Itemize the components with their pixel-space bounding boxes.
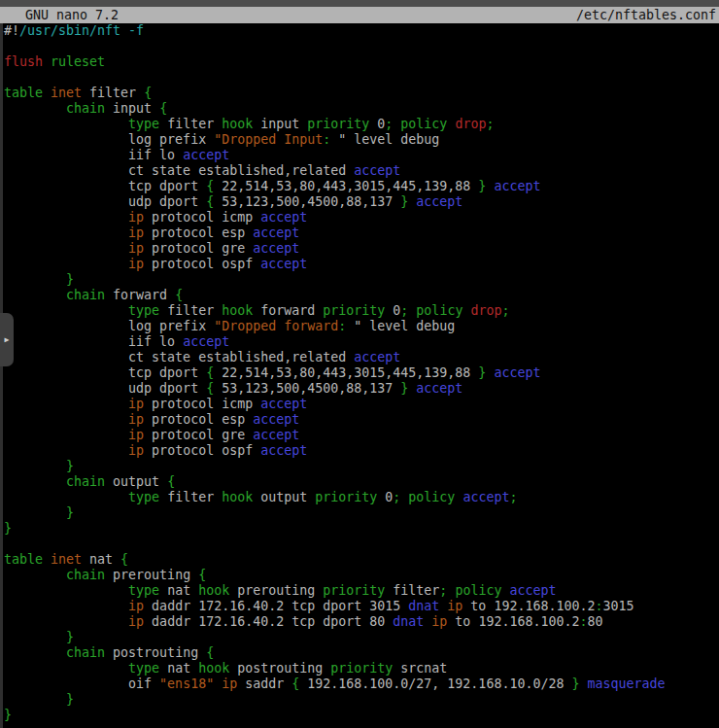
- code-line: tcp dport { 22,514,53,80,443,3015,445,13…: [4, 179, 719, 194]
- code-line: type nat hook prerouting priority filter…: [4, 583, 719, 599]
- chevron-right-icon: ▶: [5, 336, 10, 344]
- code-line: type filter hook input priority 0; polic…: [4, 117, 719, 132]
- code-line: tcp dport { 22,514,53,80,443,3015,445,13…: [4, 365, 719, 381]
- sidebar-reveal-handle[interactable]: ▶: [0, 313, 14, 366]
- terminal-screen: GNU nano 7.2 /etc/nftables.conf #!/usr/s…: [0, 0, 719, 728]
- code-line: }: [4, 708, 719, 723]
- code-line: }: [4, 505, 719, 521]
- code-line: log prefix "Dropped forward: " level deb…: [4, 319, 719, 334]
- code-line: }: [4, 630, 719, 645]
- code-line: [4, 39, 719, 54]
- nano-titlebar: GNU nano 7.2 /etc/nftables.conf: [0, 7, 719, 23]
- code-line: flush ruleset: [4, 54, 719, 70]
- code-line: iif lo accept: [4, 148, 719, 163]
- code-line: }: [4, 272, 719, 288]
- code-line: oif "ens18" ip saddr { 192.168.100.0/27,…: [4, 676, 719, 692]
- code-line: ip protocol gre accept: [4, 241, 719, 257]
- code-line: udp dport { 53,123,500,4500,88,137 } acc…: [4, 194, 719, 210]
- code-line: ip protocol ospf accept: [4, 257, 719, 272]
- code-line: }: [4, 692, 719, 708]
- code-line: type filter hook output priority 0; poli…: [4, 490, 719, 505]
- code-line: }: [4, 459, 719, 474]
- code-line: ip protocol icmp accept: [4, 397, 719, 412]
- app-version-label: GNU nano 7.2: [10, 7, 119, 23]
- left-border-line: [0, 23, 3, 728]
- code-line: type filter hook forward priority 0; pol…: [4, 303, 719, 319]
- code-line: ip protocol esp accept: [4, 412, 719, 428]
- code-area[interactable]: #!/usr/sbin/nft -fflush rulesettable ine…: [0, 23, 719, 728]
- code-line: [4, 537, 719, 552]
- code-line: ip daddr 172.16.40.2 tcp dport 3015 dnat…: [4, 599, 719, 614]
- code-line: table inet filter {: [4, 86, 719, 101]
- code-line: chain input {: [4, 101, 719, 117]
- code-line: ip protocol esp accept: [4, 225, 719, 241]
- code-line: chain output {: [4, 474, 719, 490]
- code-line: ct state established,related accept: [4, 163, 719, 179]
- code-line: ip daddr 172.16.40.2 tcp dport 80 dnat i…: [4, 614, 719, 630]
- code-line: type nat hook postrouting priority srcna…: [4, 661, 719, 676]
- code-line: udp dport { 53,123,500,4500,88,137 } acc…: [4, 381, 719, 397]
- code-line: ip protocol gre accept: [4, 428, 719, 443]
- code-line: }: [4, 521, 719, 537]
- file-path-label: /etc/nftables.conf: [576, 7, 716, 23]
- code-line: ip protocol ospf accept: [4, 443, 719, 459]
- code-line: chain postrouting {: [4, 645, 719, 661]
- code-line: [4, 70, 719, 86]
- window-top-strip: [0, 0, 719, 7]
- code-line: log prefix "Dropped Input: " level debug: [4, 132, 719, 148]
- code-line: table inet nat {: [4, 552, 719, 568]
- code-line: #!/usr/sbin/nft -f: [4, 23, 719, 39]
- code-line: iif lo accept: [4, 334, 719, 350]
- code-line: chain prerouting {: [4, 568, 719, 583]
- code-line: chain forward {: [4, 288, 719, 303]
- code-line: ct state established,related accept: [4, 350, 719, 365]
- code-line: ip protocol icmp accept: [4, 210, 719, 225]
